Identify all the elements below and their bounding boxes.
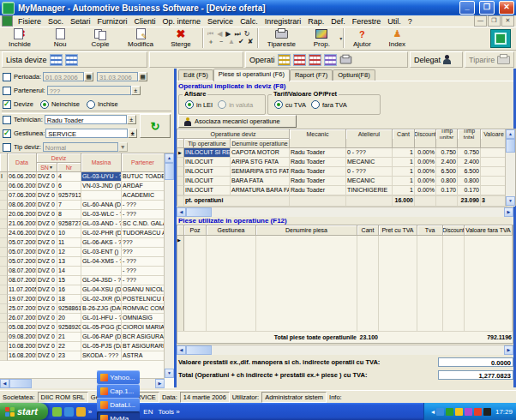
edit-record-icon[interactable]: ▲	[228, 39, 235, 45]
deviz-row[interactable]: 05.07.2005 DVZ 0 13 GL-04-XMS - ?? - ???	[0, 257, 174, 267]
index-button[interactable]: ♟ Index	[380, 27, 415, 50]
scroll-left-icon[interactable]: ◀	[0, 379, 9, 388]
menu-item[interactable]: Service	[204, 17, 237, 26]
deviz-row[interactable]: 21.06.2005 DVZ 0 9258727 GL-03-AND - ? S…	[0, 219, 174, 229]
discount-column-header[interactable]: Discount	[415, 129, 436, 139]
quick-launch-icon[interactable]	[52, 407, 62, 417]
denumire-operatiune-column-header[interactable]: Denumire operatiune	[231, 139, 290, 148]
deviz-row[interactable]: 26.07.2005 DVZ 0 20 GL-01-HFU - ?? OMNIA…	[0, 314, 174, 323]
piese-grid-body[interactable]: ▶	[177, 236, 513, 331]
mdi-restore-button[interactable]: ❐	[488, 15, 501, 27]
inchide-button[interactable]: ✖ Inchide	[0, 27, 40, 50]
start-button[interactable]: start	[0, 403, 48, 420]
menu-item[interactable]: Calc.	[237, 17, 261, 26]
minimize-button[interactable]: _	[459, 1, 475, 15]
mecanic-column-header[interactable]: Mecanic	[290, 129, 346, 139]
tray-icon[interactable]	[446, 408, 453, 416]
operation-report-icon[interactable]	[309, 54, 321, 66]
last-record-icon[interactable]: ⏭	[235, 31, 241, 38]
operation-gold-grid-icon[interactable]	[278, 54, 291, 66]
refresh-record-icon[interactable]: ↻	[244, 31, 250, 38]
tip-deviz-dropdown-icon[interactable]: ▼	[118, 142, 128, 152]
list-view-icon[interactable]	[50, 54, 63, 66]
ajutor-button[interactable]: ? Ajutor	[345, 27, 380, 50]
deviz-row[interactable]: 07.06.2005 DVZ 0 9257913 ACADEMIC	[0, 191, 174, 201]
deviz-row[interactable]: 06.06.2005 DVZ 0 4 GL-03-UYU - ?? BUTUC …	[0, 172, 174, 182]
operatiune-row[interactable]: INLOCUIT ARMATURA BARA FATA Radu Toader …	[177, 186, 515, 195]
valoare-column-header[interactable]: Valoare	[481, 129, 507, 139]
operation-red-grid-icon[interactable]	[293, 54, 306, 66]
copie-button[interactable]: Copie	[81, 27, 121, 50]
sterge-button[interactable]: ✖ Sterge	[161, 27, 201, 50]
delegat-panel[interactable]: Delegat	[410, 51, 463, 68]
scroll-up-icon[interactable]: ▲	[506, 129, 515, 139]
menu-item[interactable]: Furnizori	[94, 17, 131, 26]
taskbar-task-button[interactable]: Cap.1...	[97, 384, 140, 398]
deviz-row[interactable]: 25.07.2005 DVZ 0 9258861 B-26-ZJG (DAC R…	[0, 304, 174, 314]
nr-column-header[interactable]: Nr	[57, 163, 81, 172]
scroll-down-icon[interactable]: ▼	[165, 369, 174, 378]
gestiunea-column-header[interactable]: Gestiunea	[207, 225, 256, 236]
data-column-header[interactable]: Data	[8, 153, 37, 172]
tehnician-checkbox[interactable]	[3, 116, 11, 124]
tray-icon[interactable]	[436, 408, 444, 416]
prop-dropdown-arrow-icon[interactable]: ▾	[339, 35, 342, 41]
tva-column-header[interactable]: Tva	[417, 225, 443, 236]
deviz-row[interactable]: 19.07.2005 DVZ 0 18 GL-02-JXR (DA POSTEL…	[0, 295, 174, 304]
partener-lookup-button[interactable]: ±	[131, 86, 141, 95]
calendar-icon[interactable]: ▦	[84, 72, 93, 81]
perioada-checkbox[interactable]	[3, 73, 11, 81]
deviz-row[interactable]: 06.06.2005 DVZ 0 6 VN-03-JND (Da ARDAF	[0, 182, 174, 191]
insert-record-icon[interactable]: ＋	[207, 39, 214, 45]
deviz-row[interactable]: 10.08.2005 DVZ 0 22 GL-05-PJS (Dac BT AS…	[0, 342, 174, 351]
menu-item[interactable]: Ferestre	[349, 17, 385, 26]
mdi-minimize-button[interactable]: —	[474, 15, 487, 27]
cu-tva-radio[interactable]	[274, 100, 283, 109]
menu-item[interactable]: Soc.	[45, 17, 67, 26]
scroll-down-icon[interactable]: ▼	[506, 196, 515, 206]
close-button[interactable]: ✕	[499, 1, 514, 15]
piese-horizontal-scrollbar[interactable]: ◀ ▶	[177, 345, 513, 355]
menu-item[interactable]: Rap.	[304, 17, 327, 26]
operatiune-row[interactable]: INLOCUIT SEMIARIPA STG FATA Radu Toader …	[177, 167, 515, 177]
tip-deviz-checkbox[interactable]	[3, 143, 11, 152]
asociaza-mecanici-button[interactable]: Asociaza mecanici operatiune	[178, 115, 297, 128]
gestiunea-checkbox[interactable]	[3, 129, 11, 138]
operatiune-row[interactable]: INLOCUIT SI RE CAPOTA MOTOR Radu Toader …	[177, 148, 515, 158]
operatiune-row[interactable]: INLOCUIT ARIPA STG FATA Radu Toader MECA…	[177, 158, 515, 167]
devize-vertical-scrollbar[interactable]: ▲ ▼	[164, 153, 174, 378]
deviz-row[interactable]: 08.07.2005 DVZ 0 15 GL-04-JSD - ?? - ???	[0, 276, 174, 285]
menu-item[interactable]: Util.	[384, 17, 405, 26]
menu-item[interactable]: Setari	[67, 17, 94, 26]
cant-column-header[interactable]: Cant	[393, 129, 415, 139]
sn-column-header[interactable]: SN▼	[37, 163, 57, 172]
denumire-piesa-column-header[interactable]: Denumire piesa	[256, 225, 357, 236]
operatiune-row[interactable]: INLOCUIT BARA FATA Radu Toader MECANIC 1…	[177, 177, 515, 186]
scroll-right-icon[interactable]: ▶	[504, 207, 513, 217]
date-from-field[interactable]: 01.03.2006	[43, 72, 84, 81]
gestiunea-lookup-button[interactable]: ±	[128, 129, 137, 138]
tab-raport[interactable]: Raport (F7)	[290, 69, 333, 81]
taskbar-task-button[interactable]: MyMa...	[97, 411, 140, 420]
deviz-row[interactable]: 05.07.2005 DVZ 0 11 GL-06-AKS - ?? ???	[0, 238, 174, 248]
partener-column-header[interactable]: Partener	[122, 153, 165, 172]
deviz-row[interactable]: 08.07.2005 DVZ 0 14 - ???	[0, 267, 174, 276]
tab-piese-si-operatiuni[interactable]: Piese si operatiuni (F6)	[213, 69, 290, 81]
menu-item[interactable]: Inregistrari	[261, 17, 305, 26]
partener-field[interactable]: ???	[47, 86, 131, 95]
tip-deviz-select[interactable]: Normal	[43, 142, 118, 152]
menu-item[interactable]: Def.	[327, 17, 349, 26]
in-valuta-radio[interactable]	[218, 100, 226, 109]
operation-list-icon[interactable]	[324, 54, 337, 66]
deviz-row[interactable]: 11.07.2005 DVZ 0 16 GL-04-XSU (DA OSANU …	[0, 285, 174, 295]
tehnician-field[interactable]: Radu Toader	[45, 115, 127, 124]
cant-column-header[interactable]: Cant	[357, 225, 379, 236]
in-lei-radio[interactable]	[185, 100, 194, 109]
tray-icon[interactable]	[483, 408, 491, 416]
prop-button[interactable]: Prop.	[304, 27, 339, 50]
quick-launch-overflow-icon[interactable]: »	[88, 408, 92, 416]
tehnician-lookup-button[interactable]: ±	[127, 115, 136, 124]
operation-print-icon[interactable]	[339, 56, 351, 63]
inchise-radio[interactable]	[87, 100, 95, 109]
taskbar-task-button[interactable]: DataLi...	[97, 398, 140, 411]
